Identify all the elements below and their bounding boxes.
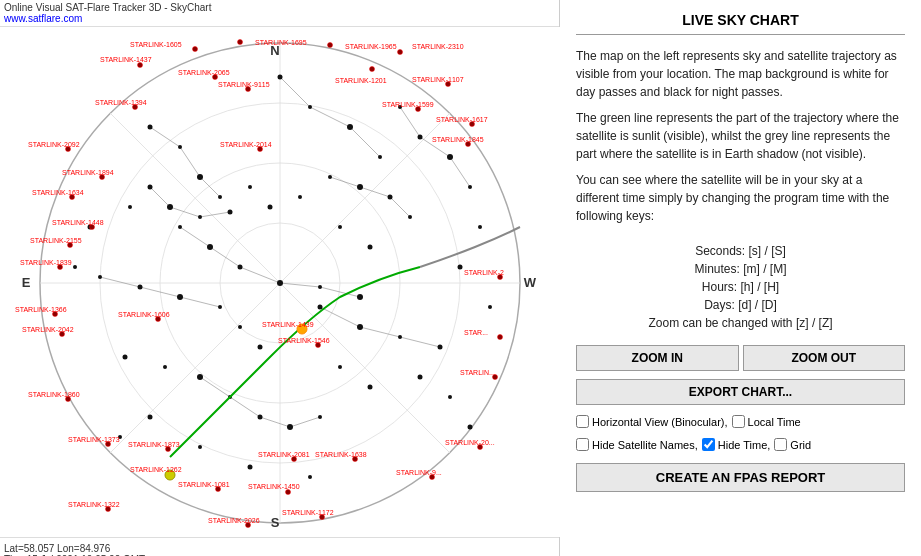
svg-text:STARLINK-1450: STARLINK-1450 [248,483,300,490]
svg-point-44 [148,185,153,190]
export-chart-button[interactable]: EXPORT CHART... [576,379,905,405]
svg-point-35 [318,305,323,310]
svg-point-15 [347,124,353,130]
svg-text:STARLINK-1172: STARLINK-1172 [282,509,334,516]
svg-text:STARLINK-1366: STARLINK-1366 [15,306,67,313]
svg-point-50 [388,195,393,200]
desc-para-1: The map on the left represents sky and s… [576,47,905,101]
hide-time-label[interactable]: Hide Time, [702,438,771,451]
svg-point-149 [286,490,291,495]
svg-point-75 [448,395,452,399]
sky-map-svg: N S E W [0,27,560,537]
app-title: Online Visual SAT-Flare Tracker 3D - Sky… [4,2,211,13]
svg-point-39 [197,374,203,380]
checkbox-row-1: Horizontal View (Binocular), Local Time [576,415,905,428]
svg-point-65 [238,325,242,329]
svg-point-19 [197,174,203,180]
zoom-buttons-row: ZOOM IN ZOOM OUT [576,345,905,371]
local-time-label[interactable]: Local Time [732,415,801,428]
create-fpas-button[interactable]: CREATE AN FPAS REPORT [576,463,905,492]
svg-point-69 [198,445,202,449]
svg-point-36 [357,324,363,330]
svg-text:STARLINK-2155: STARLINK-2155 [30,237,82,244]
grid-checkbox[interactable] [774,438,787,451]
svg-point-55 [458,265,463,270]
svg-point-28 [277,280,283,286]
desc-para-3: You can see where the satellite will be … [576,171,905,225]
hide-time-checkbox[interactable] [702,438,715,451]
sky-map-container: N S E W [0,27,560,537]
hide-satellite-names-checkbox[interactable] [576,438,589,451]
svg-point-68 [368,385,373,390]
svg-point-61 [368,245,373,250]
svg-point-57 [128,205,132,209]
svg-text:STARLINK-1437: STARLINK-1437 [100,56,152,63]
description-text: The map on the left represents sky and s… [576,47,905,229]
hide-satellite-names-text: Hide Satellite Names, [592,439,698,451]
horizontal-view-label[interactable]: Horizontal View (Binocular), [576,415,728,428]
svg-text:STARLINK-2310: STARLINK-2310 [412,43,464,50]
svg-point-59 [73,265,77,269]
sky-chart-panel: Online Visual SAT-Flare Tracker 3D - Sky… [0,0,560,556]
svg-text:STARLINK-1894: STARLINK-1894 [62,169,114,176]
svg-point-49 [357,184,363,190]
svg-point-23 [447,154,453,160]
chart-footer: Lat=58.057 Lon=84.976 Thu, 15 Jul 2021 1… [0,537,559,556]
svg-point-48 [328,175,332,179]
svg-point-76 [468,425,473,430]
zoom-out-button[interactable]: ZOOM OUT [743,345,906,371]
hide-time-text: Hide Time, [718,439,771,451]
svg-point-67 [338,365,342,369]
svg-text:STARLINK-2014: STARLINK-2014 [220,141,272,148]
grid-text: Grid [790,439,811,451]
svg-text:STARLINK-20...: STARLINK-20... [445,439,495,446]
svg-point-81 [193,47,198,52]
horizontal-view-text: Horizontal View (Binocular), [592,416,728,428]
svg-text:STARLINK-1448: STARLINK-1448 [52,219,104,226]
svg-point-32 [138,285,143,290]
svg-point-79 [328,43,333,48]
hide-satellite-names-label[interactable]: Hide Satellite Names, [576,438,698,451]
local-time-checkbox[interactable] [732,415,745,428]
svg-point-89 [370,67,375,72]
svg-point-66 [258,345,263,350]
svg-text:STAR...: STAR... [464,329,488,336]
svg-text:STARLINK-1107: STARLINK-1107 [412,76,464,83]
svg-point-54 [478,225,482,229]
svg-point-77 [238,40,243,45]
svg-text:STARLINK-2081: STARLINK-2081 [258,451,310,458]
svg-text:STARLINK-2065: STARLINK-2065 [178,69,230,76]
svg-text:STARLINK-1262: STARLINK-1262 [130,466,182,473]
zoom-in-button[interactable]: ZOOM IN [576,345,739,371]
svg-point-25 [178,225,182,229]
svg-point-33 [177,294,183,300]
svg-point-43 [318,415,322,419]
svg-point-27 [238,265,243,270]
keys-section: Seconds: [s] / [S] Minutes: [m] / [M] Ho… [576,241,905,333]
svg-text:STARLINK-1373: STARLINK-1373 [68,436,120,443]
svg-text:STARLINK-1322: STARLINK-1322 [68,501,120,508]
desc-para-2: The green line represents the part of th… [576,109,905,163]
svg-text:STARLINK-1965: STARLINK-1965 [345,43,397,50]
create-fpas-row: CREATE AN FPAS REPORT [576,459,905,492]
svg-text:STARLINK-2: STARLINK-2 [464,269,504,276]
svg-text:STARLIN...: STARLIN... [460,369,495,376]
svg-point-129 [498,335,503,340]
svg-text:STARLINK-1599: STARLINK-1599 [382,101,434,108]
grid-label[interactable]: Grid [774,438,811,451]
svg-text:STARLINK-1617: STARLINK-1617 [436,116,488,123]
keys-days: Days: [d] / [D] [578,297,903,313]
keys-seconds: Seconds: [s] / [S] [578,243,903,259]
svg-point-45 [167,204,173,210]
svg-text:STARLINK-1201: STARLINK-1201 [335,77,387,84]
svg-point-46 [198,215,202,219]
svg-point-85 [138,63,143,68]
svg-text:STARLINK-1605: STARLINK-1605 [130,41,182,48]
svg-point-34 [218,305,222,309]
horizontal-view-checkbox[interactable] [576,415,589,428]
svg-point-14 [308,105,312,109]
svg-text:STARLINK-2026: STARLINK-2026 [208,517,260,524]
svg-point-60 [338,225,342,229]
svg-point-29 [318,285,322,289]
svg-text:STARLINK-9115: STARLINK-9115 [218,81,270,88]
